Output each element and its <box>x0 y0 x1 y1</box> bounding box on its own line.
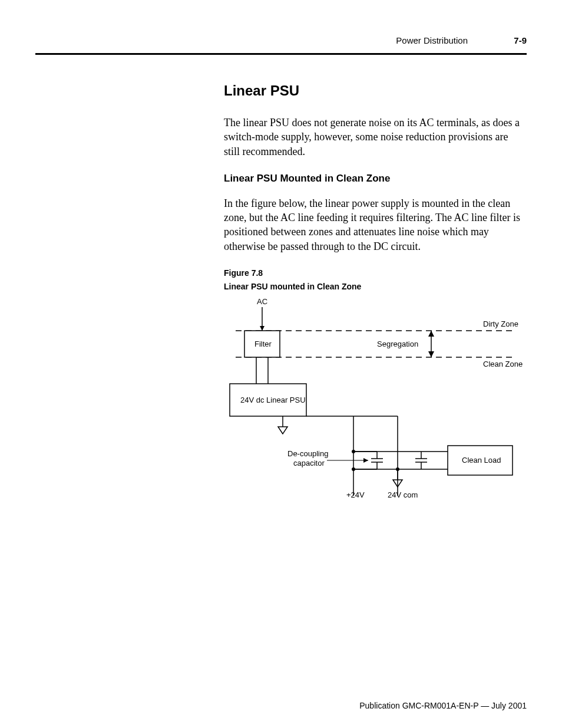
label-psu: 24V dc Linear PSU <box>240 396 306 404</box>
figure-number: Figure 7.8 <box>224 268 527 279</box>
label-ac: AC <box>257 297 267 306</box>
svg-marker-1 <box>260 326 265 331</box>
svg-marker-6 <box>428 351 434 357</box>
label-dirty-zone: Dirty Zone <box>483 319 518 328</box>
page-footer: Publication GMC-RM001A-EN-P — July 2001 <box>359 701 527 710</box>
header-page-number: 7-9 <box>514 35 527 45</box>
svg-marker-25 <box>363 458 368 463</box>
page-header: Power Distribution 7-9 <box>35 35 527 55</box>
figure-caption: Linear PSU mounted in Clean Zone <box>224 281 527 292</box>
figure-diagram: AC Filter Segregation Dirty Zone Clean Z… <box>224 298 527 510</box>
label-segregation: Segregation <box>377 340 418 348</box>
label-clean-load: Clean Load <box>462 456 501 465</box>
header-chapter: Power Distribution <box>396 35 468 45</box>
section-intro: The linear PSU does not generate noise o… <box>224 116 527 159</box>
main-content: Linear PSU The linear PSU does not gener… <box>224 83 527 510</box>
label-filter: Filter <box>254 340 272 348</box>
label-plus24v: +24V <box>346 490 365 499</box>
header-rule <box>35 53 527 55</box>
label-decoupling-2: capacitor <box>293 459 325 467</box>
label-clean-zone: Clean Zone <box>483 360 523 368</box>
svg-point-34 <box>396 467 399 471</box>
diagram-svg <box>224 298 527 510</box>
subsection-body: In the figure below, the linear power su… <box>224 196 527 253</box>
page: Power Distribution 7-9 Linear PSU The li… <box>0 0 562 728</box>
svg-marker-12 <box>278 427 287 434</box>
subsection-title: Linear PSU Mounted in Clean Zone <box>224 173 527 185</box>
label-24v-com: 24V com <box>388 490 418 499</box>
section-title: Linear PSU <box>224 83 527 99</box>
svg-marker-5 <box>428 331 434 337</box>
label-decoupling-1: De-coupling <box>287 449 328 458</box>
